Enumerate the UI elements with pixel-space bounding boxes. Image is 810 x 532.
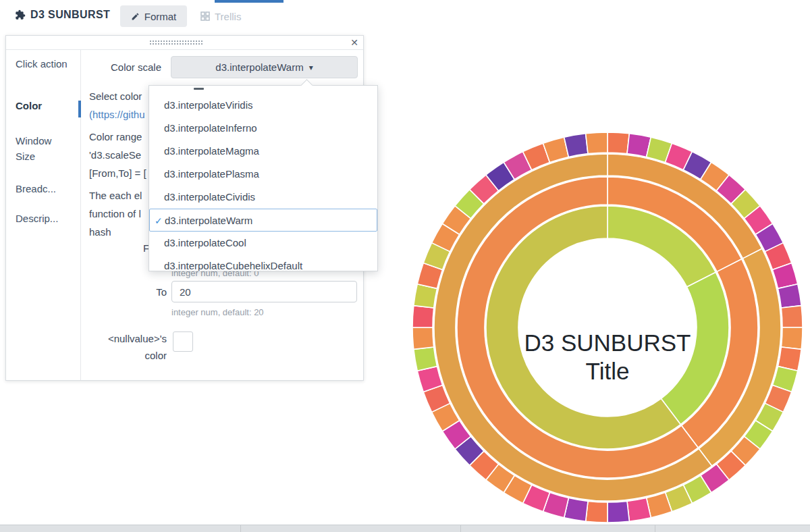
scrolled-item-sliver [194, 88, 204, 90]
sidebar-active-indicator [78, 101, 81, 117]
page-title: D3 SUNBURST [15, 9, 110, 21]
sunburst-segment-ring3[interactable] [564, 134, 588, 157]
sidebar-item-color[interactable]: Color [16, 98, 71, 113]
github-link[interactable]: (https://githu [89, 109, 145, 120]
sunburst-segment-ring3[interactable] [781, 306, 803, 327]
sunburst-segment-ring3[interactable] [586, 132, 608, 154]
sunburst-segment-ring3[interactable] [414, 347, 437, 371]
footer-separator [655, 525, 655, 532]
sunburst-segment-ring3[interactable] [586, 501, 608, 523]
chevron-down-icon: ▾ [309, 63, 313, 72]
topbar: D3 SUNBURST Format Trellis [0, 0, 810, 32]
menu-item-inferno[interactable]: d3.interpolateInferno [149, 117, 377, 140]
menu-item-cubehelix[interactable]: d3.interpolateCubehelixDefault [149, 255, 377, 271]
each-line-2: function of l [89, 208, 141, 219]
sidebar-item-breadcrumb[interactable]: Breadc... [16, 181, 71, 196]
menu-item-plasma[interactable]: d3.interpolatePlasma [149, 163, 377, 186]
app-window: D3 SUNBURST Format Trellis D3 SUNBURST T… [0, 0, 810, 532]
format-button[interactable]: Format [120, 5, 187, 27]
puzzle-icon [15, 9, 26, 20]
sidebar-item-window-size[interactable]: Window Size [16, 133, 71, 164]
format-button-label: Format [144, 11, 177, 22]
sunburst-segment-ring3[interactable] [412, 306, 434, 327]
menu-item-magma[interactable]: d3.interpolateMagma [149, 140, 377, 163]
color-range-description: Color range 'd3.scaleSe [From,To] = [ [89, 128, 146, 182]
menu-item-cividis[interactable]: d3.interpolateCividis [149, 186, 377, 209]
tab-trellis-label: Trellis [215, 11, 241, 22]
sunburst-segment-ring3[interactable] [781, 327, 803, 349]
sunburst-segment-ring3[interactable] [412, 327, 434, 349]
sunburst-center-title: D3 SUNBURST [524, 329, 691, 356]
grid-icon [200, 11, 210, 21]
check-icon: ✓ [155, 209, 163, 232]
each-line-3: hash [89, 226, 111, 238]
hash-description: The each el function of l hash [89, 186, 142, 241]
range-line-3: [From,To] = [ [89, 167, 146, 179]
sunburst-center-subtitle: Title [586, 358, 630, 384]
to-input[interactable] [171, 281, 357, 302]
sidebar-item-description[interactable]: Descrip... [16, 211, 71, 226]
nullvalue-color-swatch[interactable] [173, 331, 193, 352]
page-title-text: D3 SUNBURST [30, 9, 110, 21]
nullvalue-label-line1: <nullvalue>'s [108, 333, 167, 344]
nullvalue-label: <nullvalue>'s color [86, 330, 167, 364]
drag-handle-icon[interactable] [149, 40, 203, 45]
color-scale-dropdown[interactable]: d3.interpolateWarm ▾ [171, 56, 358, 78]
to-label: To [99, 286, 167, 298]
menu-item-warm-label: d3.interpolateWarm [165, 215, 252, 226]
footer-bar [0, 525, 810, 532]
menu-item-viridis[interactable]: d3.interpolateViridis [149, 94, 377, 117]
color-scale-label: Color scale [94, 61, 161, 73]
menu-item-cool[interactable]: d3.interpolateCool [149, 232, 377, 255]
sunburst-chart: D3 SUNBURST Title [408, 128, 807, 527]
sidebar-item-click-action[interactable]: Click action [16, 56, 71, 72]
footer-separator [460, 525, 461, 532]
each-line-1: The each el [89, 190, 142, 201]
panel-header: ✕ [6, 36, 363, 50]
footer-separator [240, 525, 241, 532]
sunburst-segment-ring3[interactable] [608, 132, 629, 154]
menu-item-warm[interactable]: ✓ d3.interpolateWarm [149, 209, 377, 232]
sunburst-segment-ring3[interactable] [608, 501, 629, 523]
color-scale-value: d3.interpolateWarm [215, 61, 303, 73]
nullvalue-label-line2: color [144, 350, 167, 361]
pencil-icon [131, 12, 140, 21]
close-icon[interactable]: ✕ [350, 36, 358, 49]
active-tab-indicator [215, 0, 284, 3]
sunburst-rings[interactable] [412, 132, 803, 523]
sunburst-segment-ring3[interactable] [627, 498, 651, 522]
tab-trellis[interactable]: Trellis [200, 5, 241, 27]
to-hint: integer num, default: 20 [171, 307, 264, 317]
desc-line-1: Select color [89, 90, 142, 102]
color-scale-menu: d3.interpolateViridis d3.interpolateInfe… [148, 85, 378, 271]
sidebar-divider [80, 49, 81, 380]
sunburst-segment-ring3[interactable] [778, 284, 802, 308]
range-line-2: 'd3.scaleSe [89, 149, 141, 161]
range-line-1: Color range [89, 131, 142, 142]
color-scale-description: Select color (https://githu [89, 87, 145, 124]
